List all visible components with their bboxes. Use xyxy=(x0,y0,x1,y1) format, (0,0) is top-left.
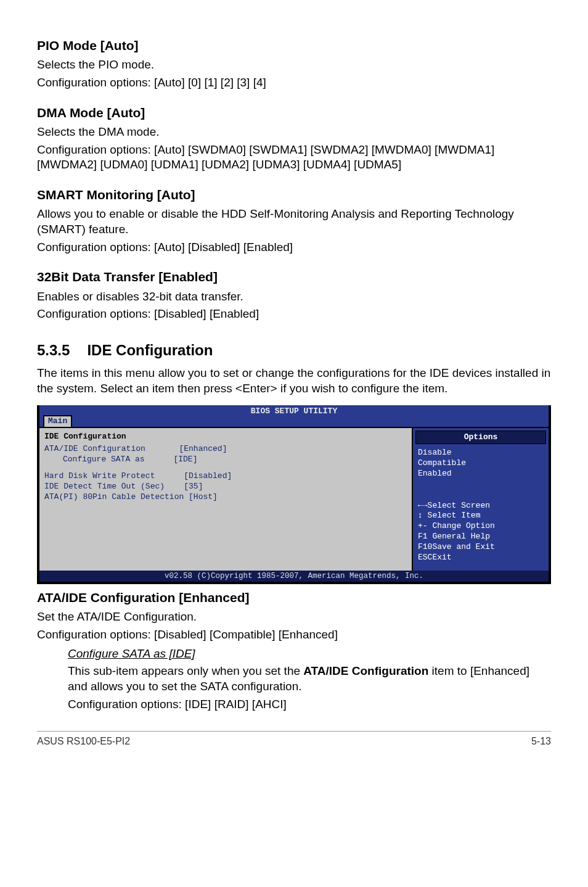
bios-row-configure-sata[interactable]: Configure SATA as [IDE] xyxy=(44,455,407,465)
bios-title: BIOS SETUP UTILITY xyxy=(251,406,337,416)
bios-option-enabled[interactable]: Enabled xyxy=(418,469,544,479)
bios-row-hd-write-protect[interactable]: Hard Disk Write Protect [Disabled] xyxy=(44,471,407,482)
text-smart-desc: Allows you to enable or disable the HDD … xyxy=(37,207,551,237)
bios-left-panel: IDE Configuration ATA/IDE Configuration … xyxy=(39,428,413,571)
text-ata-ide-opts: Configuration options: [Disabled] [Compa… xyxy=(37,627,551,643)
text-32bit-desc: Enables or disables 32-bit data transfer… xyxy=(37,289,551,305)
heading-ata-ide-config: ATA/IDE Configuration [Enhanced] xyxy=(37,589,551,606)
bios-help-block: Select Screen Select Item +- Change Opti… xyxy=(413,495,549,571)
subsection-heading: 5.3.5IDE Configuration xyxy=(37,340,551,360)
bios-row-ide-detect-timeout[interactable]: IDE Detect Time Out (Sec) [35] xyxy=(44,482,407,492)
bios-help-select-item: Select Item xyxy=(418,511,544,521)
subsection-number: 5.3.5 xyxy=(37,340,70,360)
footer-page-number: 5-13 xyxy=(531,735,551,748)
footer-product: ASUS RS100-E5-PI2 xyxy=(37,735,130,748)
bios-option-disable[interactable]: Disable xyxy=(418,448,544,458)
text-dma-desc: Selects the DMA mode. xyxy=(37,125,551,140)
bios-panel-header: IDE Configuration xyxy=(44,432,407,442)
heading-pio-mode: PIO Mode [Auto] xyxy=(37,37,551,54)
bios-row-ata-cable-detect[interactable]: ATA(PI) 80Pin Cable Detection [Host] xyxy=(44,492,407,503)
bios-help-change-option: +- Change Option xyxy=(418,521,544,532)
subitem-heading: Configure SATA as [IDE] xyxy=(68,647,195,660)
bios-tab-main[interactable]: Main xyxy=(43,415,72,427)
page-footer: ASUS RS100-E5-PI2 5-13 xyxy=(37,731,551,748)
subitem-block: Configure SATA as [IDE] This sub-item ap… xyxy=(68,646,551,712)
text-32bit-opts: Configuration options: [Disabled] [Enabl… xyxy=(37,307,551,322)
text-pio-opts: Configuration options: [Auto] [0] [1] [2… xyxy=(37,75,551,91)
bios-option-compatible[interactable]: Compatible xyxy=(418,458,544,469)
subitem-opts: Configuration options: [IDE] [RAID] [AHC… xyxy=(68,697,551,712)
subsection-intro: The items in this menu allow you to set … xyxy=(37,366,551,396)
bios-options-header: Options xyxy=(415,431,546,445)
bios-right-panel: Options Disable Compatible Enabled Selec… xyxy=(413,428,549,571)
bios-help-save-exit: F10Save and Exit xyxy=(418,542,544,553)
bios-titlebar: BIOS SETUP UTILITY Main xyxy=(39,405,549,418)
bios-screenshot: BIOS SETUP UTILITY Main IDE Configuratio… xyxy=(37,405,551,584)
arrows-ud-icon xyxy=(418,511,423,520)
arrows-lr-icon xyxy=(418,501,428,510)
text-ata-ide-desc: Set the ATA/IDE Configuration. xyxy=(37,609,551,625)
text-dma-opts: Configuration options: [Auto] [SWDMA0] [… xyxy=(37,142,551,173)
text-smart-opts: Configuration options: [Auto] [Disabled]… xyxy=(37,240,551,255)
bios-copyright-footer: v02.58 (C)Copyright 1985-2007, American … xyxy=(39,571,549,582)
heading-smart: SMART Monitoring [Auto] xyxy=(37,186,551,203)
subitem-desc: This sub-item appears only when you set … xyxy=(68,664,551,694)
text-pio-desc: Selects the PIO mode. xyxy=(37,57,551,73)
bios-help-general-help: F1 General Help xyxy=(418,532,544,542)
bios-help-select-screen: Select Screen xyxy=(418,501,544,511)
heading-32bit: 32Bit Data Transfer [Enabled] xyxy=(37,268,551,285)
bios-help-esc-exit: ESCExit xyxy=(418,553,544,563)
bios-row-ata-ide[interactable]: ATA/IDE Configuration [Enhanced] xyxy=(44,444,407,455)
heading-dma-mode: DMA Mode [Auto] xyxy=(37,104,551,121)
subsection-title: IDE Configuration xyxy=(87,342,213,358)
